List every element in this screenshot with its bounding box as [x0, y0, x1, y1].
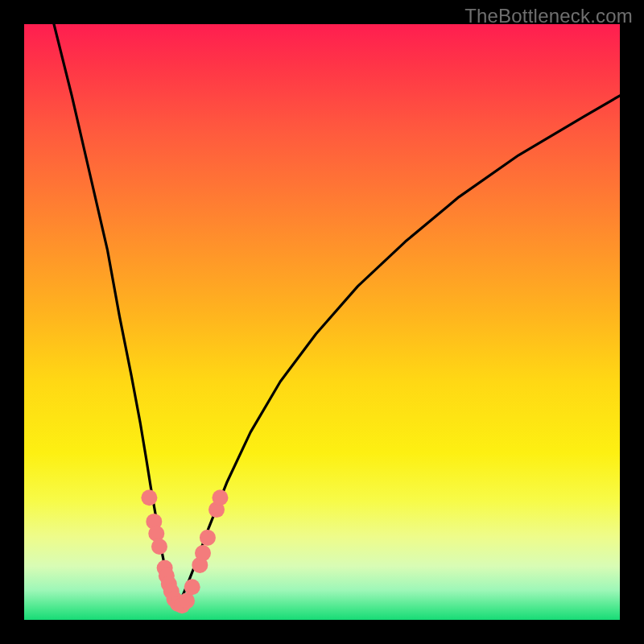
data-marker	[179, 592, 195, 609]
curve-layer	[24, 24, 620, 620]
data-marker	[141, 489, 157, 506]
data-marker	[195, 545, 211, 561]
chart-frame: TheBottleneck.com	[0, 0, 644, 644]
data-marker	[200, 530, 216, 546]
data-marker	[151, 539, 167, 555]
data-marker	[212, 489, 228, 506]
bottleneck-curve-right	[176, 96, 620, 607]
plot-area	[24, 24, 620, 620]
data-marker	[184, 579, 200, 595]
